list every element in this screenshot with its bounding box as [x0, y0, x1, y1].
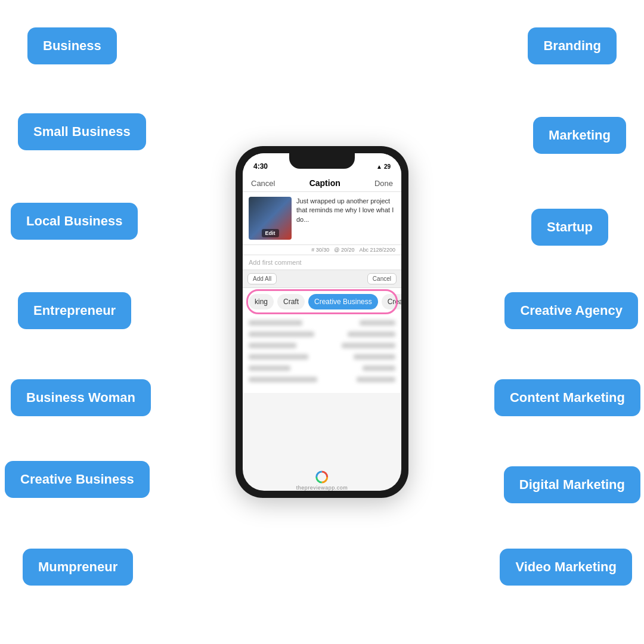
blur-row-6 [249, 377, 395, 382]
tag-entrepreneur[interactable]: Entrepreneur [18, 292, 131, 329]
tag-creative-agency[interactable]: Creative Agency [504, 292, 638, 329]
blurred-list [243, 315, 401, 393]
nav-bar: Cancel Caption Done [243, 175, 401, 192]
post-area: Edit Just wrapped up another project tha… [243, 192, 401, 245]
phone-mockup: 4:30 ▲ 29 Cancel Caption Done Edit Just … [236, 146, 408, 498]
mention-count: @ 20/20 [334, 247, 354, 253]
chip-creative-business[interactable]: Creative Business [308, 294, 378, 309]
blur-row-1 [249, 320, 395, 326]
phone-notch [289, 153, 355, 169]
comment-area[interactable]: Add first comment [243, 255, 401, 270]
tag-startup[interactable]: Startup [531, 209, 608, 246]
battery-icon: 29 [384, 163, 391, 170]
status-time: 4:30 [253, 162, 268, 171]
tag-branding[interactable]: Branding [528, 27, 617, 64]
edit-label[interactable]: Edit [262, 229, 279, 237]
hashtag-scroll-wrapper: king Craft Creative Business Creativity … [243, 288, 401, 315]
tag-business[interactable]: Business [27, 27, 117, 64]
post-thumbnail[interactable]: Edit [249, 197, 292, 240]
blur-row-3 [249, 343, 395, 348]
tag-business-woman[interactable]: Business Woman [11, 379, 151, 416]
hashtag-count: # 30/30 [311, 247, 329, 253]
tag-mumpreneur[interactable]: Mumpreneur [23, 549, 133, 586]
counters-bar: # 30/30 @ 20/20 Abc 2128/2200 [243, 245, 401, 255]
blur-row-2 [249, 332, 395, 337]
blur-row-5 [249, 366, 395, 371]
phone-outer: 4:30 ▲ 29 Cancel Caption Done Edit Just … [236, 146, 408, 498]
post-caption[interactable]: Just wrapped up another project that rem… [296, 197, 395, 240]
footer-text: thepreviewapp.com [296, 485, 348, 491]
nav-done[interactable]: Done [374, 179, 393, 188]
tag-digital-marketing[interactable]: Digital Marketing [504, 466, 640, 503]
tag-content-marketing[interactable]: Content Marketing [494, 379, 640, 416]
chip-creativity[interactable]: Creativity [382, 294, 401, 309]
hashtag-toolbar: Add All Cancel [243, 270, 401, 288]
tag-small-business[interactable]: Small Business [18, 113, 146, 150]
phone-screen: 4:30 ▲ 29 Cancel Caption Done Edit Just … [243, 153, 401, 491]
cancel-hashtag-button[interactable]: Cancel [367, 273, 397, 284]
tag-creative-business-left[interactable]: Creative Business [5, 461, 150, 498]
chip-craft[interactable]: Craft [277, 294, 305, 309]
app-logo [315, 470, 329, 484]
status-icons: ▲ 29 [376, 163, 391, 170]
tag-video-marketing[interactable]: Video Marketing [500, 549, 632, 586]
hashtag-scroll[interactable]: king Craft Creative Business Creativity … [243, 290, 401, 313]
wifi-icon: ▲ [376, 163, 382, 170]
nav-title: Caption [309, 178, 340, 188]
chip-king[interactable]: king [249, 294, 274, 309]
blur-row-4 [249, 354, 395, 360]
add-all-button[interactable]: Add All [247, 273, 277, 284]
tag-marketing[interactable]: Marketing [533, 117, 626, 154]
app-footer: thepreviewapp.com [296, 470, 348, 491]
char-count: Abc 2128/2200 [359, 247, 395, 253]
nav-cancel[interactable]: Cancel [251, 179, 275, 188]
tag-local-business[interactable]: Local Business [11, 203, 138, 240]
